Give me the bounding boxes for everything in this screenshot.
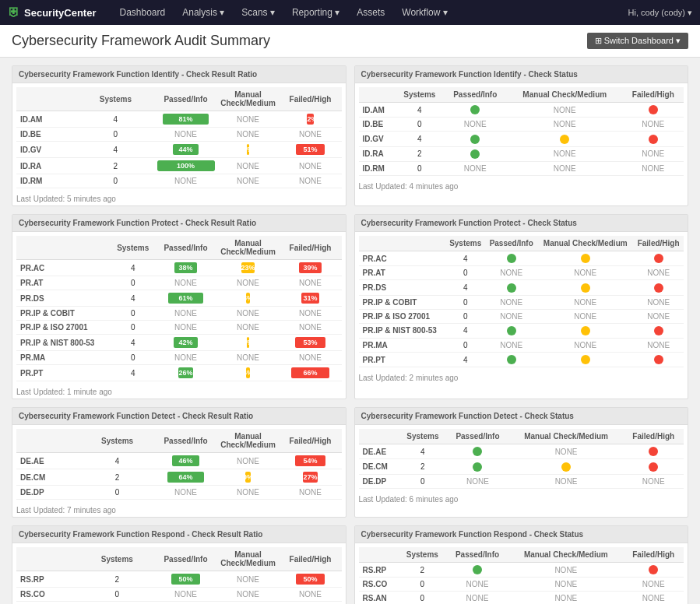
table-row: PR.MA 0 NONE NONE NONE <box>16 351 342 365</box>
table-row: PR.DS 4 <box>359 280 684 295</box>
shield-icon: ⛨ <box>8 5 20 19</box>
protect-ratio-updated: Last Updated: 1 minute ago <box>12 385 346 399</box>
detect-status-panel: Cybersecurity Framework Function Detect … <box>354 407 689 518</box>
respond-status-title: Cybersecurity Framework Function Respond… <box>355 526 688 543</box>
protect-status-body: Systems Passed/Info Manual Check/Medium … <box>355 232 688 371</box>
table-row: RS.RP 2 NONE <box>359 563 684 578</box>
identify-ratio-panel: Cybersecurity Framework Function Identif… <box>12 65 346 206</box>
table-row: ID.BE 0 NONE NONE NONE <box>16 128 342 142</box>
identify-ratio-updated: Last Updated: 5 minutes ago <box>12 192 346 205</box>
table-row: RS.CO 0 NONE NONE NONE <box>16 588 342 602</box>
protect-ratio-panel: Cybersecurity Framework Function Protect… <box>12 214 346 399</box>
table-row: PR.PT 4 <box>359 353 684 367</box>
nav-dashboard[interactable]: Dashboard <box>111 0 173 25</box>
protect-status-updated: Last Updated: 2 minutes ago <box>355 371 688 385</box>
page-title: Cybersecurity Framework Audit Summary <box>12 33 270 49</box>
table-row: ID.GV 4 <box>359 132 684 146</box>
table-row: ID.RA 2 NONE NONE <box>359 146 684 161</box>
table-row: RS.AN 0 NONE NONE NONE <box>16 602 342 605</box>
identify-status-updated: Last Updated: 4 minutes ago <box>355 180 688 193</box>
detect-ratio-body: Systems Passed/Info Manual Check/Medium … <box>12 425 346 504</box>
app-name: SecurityCenter <box>24 7 96 19</box>
table-row: ID.RM 0 NONE NONE NONE <box>16 174 342 188</box>
table-row: PR.AC 4 38% 23% 39% <box>16 260 342 276</box>
detect-ratio-updated: Last Updated: 7 minutes ago <box>12 504 346 517</box>
respond-status-body: Systems Passed/Info Manual Check/Medium … <box>355 543 688 604</box>
table-row: PR.AT 0 NONE NONE NONE <box>16 276 342 290</box>
respond-ratio-title: Cybersecurity Framework Function Respond… <box>12 526 346 543</box>
table-row: RS.RP 2 50% NONE 50% <box>16 571 342 588</box>
detect-status-body: Systems Passed/Info Manual Check/Medium … <box>355 425 688 493</box>
identify-status-table: Systems Passed/Info Manual Check/Medium … <box>359 87 684 176</box>
table-row: PR.IP & ISO 27001 0 NONE NONE NONE <box>359 309 684 323</box>
switch-dashboard-button[interactable]: ⊞ Switch Dashboard ▾ <box>587 33 688 49</box>
table-row: PR.IP & NIST 800-53 4 42% 5% 53% <box>16 335 342 351</box>
table-row: PR.IP & ISO 27001 0 NONE NONE NONE <box>16 321 342 335</box>
protect-ratio-table: Systems Passed/Info Manual Check/Medium … <box>16 236 342 381</box>
respond-status-table: Systems Passed/Info Manual Check/Medium … <box>359 547 684 604</box>
identify-ratio-body: Systems Passed/Info Manual Check/Medium … <box>12 83 346 192</box>
table-row: RS.AN 0 NONE NONE NONE <box>359 592 684 604</box>
identify-status-body: Systems Passed/Info Manual Check/Medium … <box>355 83 688 180</box>
nav-scans[interactable]: Scans ▾ <box>234 0 283 25</box>
table-row: ID.RM 0 NONE NONE NONE <box>359 162 684 176</box>
main-nav: Dashboard Analysis ▾ Scans ▾ Reporting ▾… <box>111 0 628 25</box>
page-header: Cybersecurity Framework Audit Summary ⊞ … <box>0 25 700 58</box>
detect-status-title: Cybersecurity Framework Function Detect … <box>355 408 688 425</box>
col-manual: Manual Check/Medium <box>217 87 280 111</box>
table-row: ID.RA 2 100% NONE NONE <box>16 158 342 174</box>
user-menu[interactable]: Hi, cody (cody) ▾ <box>628 8 692 18</box>
detect-status-updated: Last Updated: 6 minutes ago <box>355 493 688 506</box>
nav-assets[interactable]: Assets <box>349 0 392 25</box>
table-row: PR.AT 0 NONE NONE NONE <box>359 266 684 280</box>
col-label <box>16 87 76 111</box>
table-row: ID.AM 4 NONE <box>359 103 684 118</box>
table-row: DE.DP 0 NONE NONE NONE <box>16 486 342 500</box>
col-systems: Systems <box>76 87 154 111</box>
table-row: RS.CO 0 NONE NONE NONE <box>359 578 684 592</box>
table-row: ID.GV 4 44% 5% 51% <box>16 142 342 158</box>
logo: ⛨ SecurityCenter <box>8 5 96 19</box>
identify-status-panel: Cybersecurity Framework Function Identif… <box>354 65 689 206</box>
nav-workflow[interactable]: Workflow ▾ <box>394 0 455 25</box>
table-row: DE.CM 2 64% 9% 27% <box>16 469 342 486</box>
detect-ratio-title: Cybersecurity Framework Function Detect … <box>12 408 346 425</box>
respond-ratio-table: Systems Passed/Info Manual Check/Medium … <box>16 547 342 604</box>
identify-status-title: Cybersecurity Framework Function Identif… <box>355 66 688 83</box>
table-row: DE.AE 4 46% NONE 54% <box>16 453 342 469</box>
protect-status-table: Systems Passed/Info Manual Check/Medium … <box>359 236 684 367</box>
table-row: PR.IP & COBIT 0 NONE NONE NONE <box>16 307 342 321</box>
top-navbar: ⛨ SecurityCenter Dashboard Analysis ▾ Sc… <box>0 0 700 25</box>
col-passed: Passed/Info <box>155 87 217 111</box>
protect-status-panel: Cybersecurity Framework Function Protect… <box>354 214 689 399</box>
nav-analysis[interactable]: Analysis ▾ <box>174 0 232 25</box>
identify-ratio-title: Cybersecurity Framework Function Identif… <box>12 66 346 83</box>
nav-reporting[interactable]: Reporting ▾ <box>284 0 347 25</box>
protect-status-title: Cybersecurity Framework Function Protect… <box>355 215 688 232</box>
table-row: PR.PT 4 26% 6% 66% <box>16 365 342 381</box>
table-row: DE.CM 2 <box>359 459 684 474</box>
protect-ratio-body: Systems Passed/Info Manual Check/Medium … <box>12 232 346 385</box>
table-row: DE.AE 4 NONE <box>359 444 684 459</box>
table-row: ID.AM 4 81% NONE 12% <box>16 111 342 128</box>
table-row: PR.MA 0 NONE NONE NONE <box>359 339 684 353</box>
main-content: Cybersecurity Framework Function Identif… <box>0 58 700 604</box>
table-row: ID.BE 0 NONE NONE NONE <box>359 118 684 132</box>
protect-ratio-title: Cybersecurity Framework Function Protect… <box>12 215 346 232</box>
detect-status-table: Systems Passed/Info Manual Check/Medium … <box>359 429 684 489</box>
detect-ratio-table: Systems Passed/Info Manual Check/Medium … <box>16 429 342 500</box>
table-row: PR.IP & NIST 800-53 4 <box>359 323 684 338</box>
respond-ratio-panel: Cybersecurity Framework Function Respond… <box>12 525 346 604</box>
respond-status-panel: Cybersecurity Framework Function Respond… <box>354 525 689 604</box>
detect-ratio-panel: Cybersecurity Framework Function Detect … <box>12 407 346 518</box>
table-row: PR.DS 4 61% 8% 31% <box>16 290 342 307</box>
table-row: PR.AC 4 <box>359 251 684 266</box>
col-failed: Failed/High <box>280 87 342 111</box>
identify-ratio-table: Systems Passed/Info Manual Check/Medium … <box>16 87 342 188</box>
respond-ratio-body: Systems Passed/Info Manual Check/Medium … <box>12 543 346 604</box>
table-row: PR.IP & COBIT 0 NONE NONE NONE <box>359 295 684 309</box>
table-row: DE.DP 0 NONE NONE NONE <box>359 474 684 488</box>
